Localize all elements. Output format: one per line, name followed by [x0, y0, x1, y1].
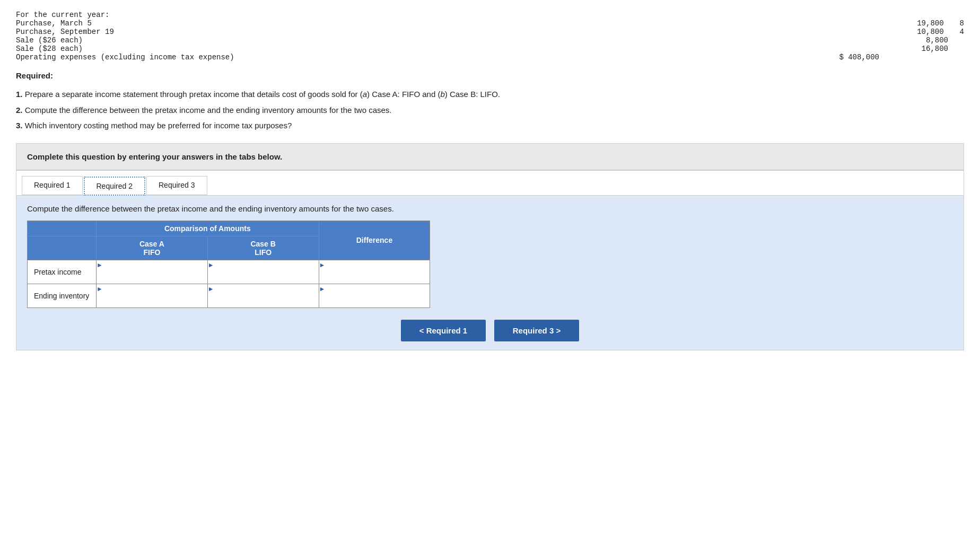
current-year-label: For the current year: [16, 11, 964, 19]
comparison-amounts-header: Comparison of Amounts [97, 221, 319, 236]
ending-inventory-lifo-cell[interactable]: ► [207, 284, 319, 307]
nav-buttons: < Required 1 Required 3 > [27, 320, 953, 341]
table-row: Ending inventory ► ► ► [28, 284, 430, 307]
pretax-income-fifo-cell[interactable]: ► [97, 260, 208, 284]
comparison-table-section: Comparison of Amounts Difference Case A … [27, 221, 953, 308]
ending-inventory-label: Ending inventory [28, 284, 97, 307]
case-b-header: Case B LIFO [207, 236, 319, 260]
complete-box: Complete this question by entering your … [16, 143, 964, 170]
purchase-sept-row: Purchase, September 19 10,800 4 [16, 28, 964, 36]
complete-box-text: Complete this question by entering your … [27, 152, 282, 161]
purchase-sept-col1: 10,800 [917, 28, 943, 36]
prev-button[interactable]: < Required 1 [401, 320, 486, 341]
operating-exp-value: $ 408,000 [839, 53, 879, 61]
ending-inventory-diff-input[interactable] [319, 293, 430, 307]
arrow-icon-1: ► [97, 261, 103, 269]
pretax-income-diff-input[interactable] [319, 269, 430, 284]
requirement-1: 1. Prepare a separate income statement t… [16, 87, 964, 101]
difference-header: Difference [319, 221, 430, 260]
top-section: For the current year: Purchase, March 5 … [16, 11, 964, 61]
purchase-sept-col2: 4 [960, 28, 964, 36]
ending-inventory-fifo-input[interactable] [97, 293, 207, 307]
pretax-income-fifo-input[interactable] [97, 269, 207, 284]
tab-required-3-label: Required 3 [159, 181, 195, 189]
tab-content-area: Compute the difference between the preta… [16, 196, 964, 350]
purchase-sept-label: Purchase, September 19 [16, 28, 114, 36]
sale-26-col1: 8,800 [926, 36, 948, 45]
tab-required-1-label: Required 1 [34, 181, 71, 189]
requirements-list: 1. Prepare a separate income statement t… [16, 87, 964, 133]
pretax-income-label: Pretax income [28, 260, 97, 284]
blank-header [28, 221, 97, 236]
operating-exp-row: Operating expenses (excluding income tax… [16, 53, 964, 61]
arrow-icon-3: ► [319, 261, 326, 269]
tab-description: Compute the difference between the preta… [27, 204, 953, 213]
tab-required-2-label: Required 2 [97, 182, 133, 190]
requirement-2: 2. Compute the difference between the pr… [16, 103, 964, 117]
purchase-march-row: Purchase, March 5 19,800 8 [16, 19, 964, 28]
sale-26-label: Sale ($26 each) [16, 36, 83, 45]
sale-26-row: Sale ($26 each) 8,800 [16, 36, 964, 45]
purchase-march-col2: 8 [960, 19, 964, 28]
ending-inventory-lifo-input[interactable] [208, 293, 319, 307]
table-row: Pretax income ► ► ► [28, 260, 430, 284]
sale-28-label: Sale ($28 each) [16, 45, 83, 53]
tabs-container: Required 1 Required 2 Required 3 Compute… [16, 170, 964, 350]
ending-inventory-diff-cell[interactable]: ► [319, 284, 430, 307]
tab-required-1[interactable]: Required 1 [22, 176, 83, 195]
arrow-icon-6: ► [319, 285, 326, 293]
tab-required-2[interactable]: Required 2 [84, 177, 146, 196]
empty-sub-header [28, 236, 97, 260]
arrow-icon-4: ► [97, 285, 103, 293]
ending-inventory-fifo-cell[interactable]: ► [97, 284, 208, 307]
operating-exp-label: Operating expenses (excluding income tax… [16, 53, 234, 61]
tab-required-3[interactable]: Required 3 [146, 176, 207, 195]
pretax-income-lifo-cell[interactable]: ► [207, 260, 319, 284]
comparison-table: Comparison of Amounts Difference Case A … [27, 221, 430, 308]
purchase-march-label: Purchase, March 5 [16, 19, 92, 28]
requirement-3: 3. Which inventory costing method may be… [16, 119, 964, 133]
pretax-income-lifo-input[interactable] [208, 269, 319, 284]
required-header: Required: [16, 71, 964, 80]
next-button[interactable]: Required 3 > [494, 320, 579, 341]
arrow-icon-5: ► [208, 285, 214, 293]
purchase-march-col1: 19,800 [917, 19, 943, 28]
sale-28-col1: 16,800 [922, 45, 948, 53]
tabs-row: Required 1 Required 2 Required 3 [16, 171, 964, 196]
case-a-header: Case A FIFO [97, 236, 208, 260]
arrow-icon-2: ► [208, 261, 214, 269]
sale-28-row: Sale ($28 each) 16,800 [16, 45, 964, 53]
pretax-income-diff-cell[interactable]: ► [319, 260, 430, 284]
